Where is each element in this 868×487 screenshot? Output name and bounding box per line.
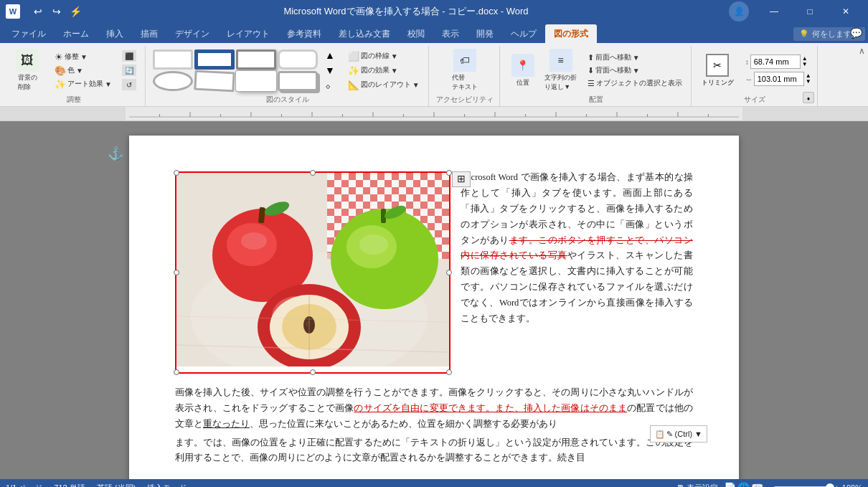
style-8[interactable] [278, 71, 318, 91]
layout-options-icon[interactable]: ⊞ [452, 171, 471, 187]
compress-icon: ⬛ [122, 50, 136, 62]
ruler-marks [0, 107, 868, 120]
handle-top-right[interactable] [446, 170, 452, 176]
handle-middle-right[interactable] [446, 270, 452, 275]
document-area: ⚓ [0, 121, 868, 479]
crop-label: トリミング [702, 78, 734, 88]
alt-text-button[interactable]: 🏷 代替テキスト [445, 47, 484, 93]
read-view-button[interactable]: 📖 [751, 482, 763, 487]
web-view-button[interactable]: 🌐 [737, 482, 750, 487]
send-backward-button[interactable]: ⬇ 背面へ移動 ▼ [585, 65, 685, 76]
wrap-text-button[interactable]: ≡ 文字列の折り返し▼ [542, 47, 580, 93]
tab-design[interactable]: デザイン [166, 24, 218, 43]
handle-top-left[interactable] [174, 170, 179, 176]
tab-layout[interactable]: レイアウト [218, 24, 278, 43]
tab-mailings[interactable]: 差し込み文書 [330, 24, 399, 43]
close-button[interactable]: ✕ [829, 0, 862, 23]
compress-button[interactable]: ⬛ [119, 49, 139, 62]
ribbon-collapse-button[interactable]: ∧ [859, 46, 865, 56]
selection-pane-label: オブジェクトの選択と表示 [596, 78, 682, 88]
tab-references[interactable]: 参考資料 [278, 24, 330, 43]
height-down[interactable]: ▼ [802, 62, 808, 67]
insert-mode[interactable]: 挿入モード [147, 483, 187, 488]
artistic-effects-button[interactable]: ✨ アート効果 ▼ [52, 78, 115, 90]
tab-picture-format[interactable]: 図の形式 [545, 24, 597, 43]
paragraph-3: ます。では、画像の位置をより正確に配置するために「テキストの折り返し」という設定… [175, 435, 693, 467]
tab-file[interactable]: ファイル [3, 24, 55, 43]
handle-bottom-right[interactable] [446, 369, 452, 375]
position-button[interactable]: 📍 位置 [507, 52, 539, 89]
status-right: 🖹 表示設定 📄 🌐 📖 - + 100% [676, 482, 862, 487]
width-field[interactable]: 103.01 mm [754, 72, 804, 86]
width-stepper[interactable]: ▲ ▼ [806, 73, 811, 85]
paste-options-button[interactable]: 📋 ✎ (Ctrl) ▼ [650, 425, 707, 443]
tab-review[interactable]: 校閲 [399, 24, 433, 43]
remove-background-button[interactable]: 🖼 背景の削除 [9, 47, 46, 93]
zoom-level[interactable]: 100% [842, 483, 862, 487]
styles-scroll-up[interactable]: ▲ [324, 48, 336, 62]
handle-top-middle[interactable] [310, 170, 316, 176]
crop-button[interactable]: ✂ トリミング [699, 52, 737, 89]
ruler-svg [129, 108, 739, 120]
tab-insert[interactable]: 挿入 [98, 24, 132, 43]
size-expand-button[interactable]: ⬧ [803, 92, 814, 103]
picture-layout-button[interactable]: 📐 図のレイアウト ▼ [345, 79, 423, 91]
style-1[interactable] [153, 49, 193, 70]
picture-effects-button[interactable]: ✨ 図の効果 ▼ [345, 65, 423, 77]
color-label: 色 [67, 65, 75, 75]
word-count: 712 単語 [54, 483, 85, 488]
underline-text2: 重なったり [203, 419, 250, 429]
artistic-label: アート効果 [67, 79, 103, 89]
group-size-content: ✂ トリミング ↕ 68.74 mm ▲ ▼ ↔ 103 [699, 47, 811, 93]
corrections-button[interactable]: ☀ 修整 ▼ [52, 51, 115, 63]
handle-middle-left[interactable] [174, 270, 179, 275]
change-icon: 🔄 [122, 65, 136, 76]
undo-button[interactable]: ↩ [30, 4, 46, 19]
tab-view[interactable]: 表示 [433, 24, 468, 43]
style-7[interactable] [236, 71, 276, 91]
print-view-button[interactable]: 📄 [724, 482, 736, 487]
wrap-icon: ≡ [549, 49, 572, 72]
comment-button[interactable]: 💬 [847, 24, 865, 42]
style-6[interactable] [194, 70, 235, 93]
image-container[interactable]: ⊞ [175, 171, 450, 374]
remove-bg-icon: 🖼 [16, 49, 39, 72]
tab-developer[interactable]: 開発 [468, 24, 502, 43]
selection-pane-button[interactable]: ☰ オブジェクトの選択と表示 [585, 77, 685, 89]
style-3[interactable] [236, 49, 276, 70]
height-stepper[interactable]: ▲ ▼ [802, 56, 808, 67]
corrections-label: 修整 [65, 52, 79, 62]
group-adjust: 🖼 背景の削除 ☀ 修整 ▼ 🎨 色 ▼ ✨ アート効果 ▼ [3, 46, 146, 106]
position-label: 位置 [516, 78, 529, 88]
tab-help[interactable]: ヘルプ [502, 24, 545, 43]
effects-arrow: ▼ [391, 67, 398, 75]
tab-draw[interactable]: 描画 [132, 24, 166, 43]
user-avatar[interactable]: 👤 [729, 1, 749, 22]
reset-button[interactable]: ↺ [119, 78, 139, 91]
minimize-button[interactable]: — [758, 0, 791, 23]
width-down[interactable]: ▼ [806, 79, 811, 85]
color-button[interactable]: 🎨 色 ▼ [52, 65, 115, 77]
style-4[interactable] [278, 49, 318, 70]
zoom-in-button[interactable]: + [834, 483, 839, 487]
tab-home[interactable]: ホーム [55, 24, 98, 43]
view-settings[interactable]: 🖹 表示設定 [676, 483, 718, 488]
handle-bottom-left[interactable] [174, 369, 179, 375]
zoom-thumb[interactable] [826, 483, 834, 487]
change-button[interactable]: 🔄 [119, 64, 139, 77]
bring-forward-button[interactable]: ⬆ 前面へ移動 ▼ [585, 52, 685, 63]
handle-bottom-middle[interactable] [310, 369, 316, 375]
styles-scroll-down[interactable]: ▼ [324, 63, 336, 77]
styles-expand[interactable]: ⬦ [324, 78, 336, 93]
autosave-toggle[interactable]: ⚡ [67, 4, 83, 19]
style-5[interactable] [153, 71, 193, 91]
picture-border-label: 図の枠線 [361, 51, 390, 61]
height-field[interactable]: 68.74 mm [750, 55, 801, 69]
group-access-label: アクセシビリティ [436, 95, 494, 105]
picture-border-button[interactable]: ⬜ 図の枠線 ▼ [345, 50, 423, 62]
zoom-out-button[interactable]: - [769, 483, 772, 487]
redo-button[interactable]: ↪ [49, 4, 65, 19]
maximize-button[interactable]: □ [793, 0, 826, 23]
ruler [0, 107, 868, 121]
style-2[interactable] [194, 49, 235, 70]
